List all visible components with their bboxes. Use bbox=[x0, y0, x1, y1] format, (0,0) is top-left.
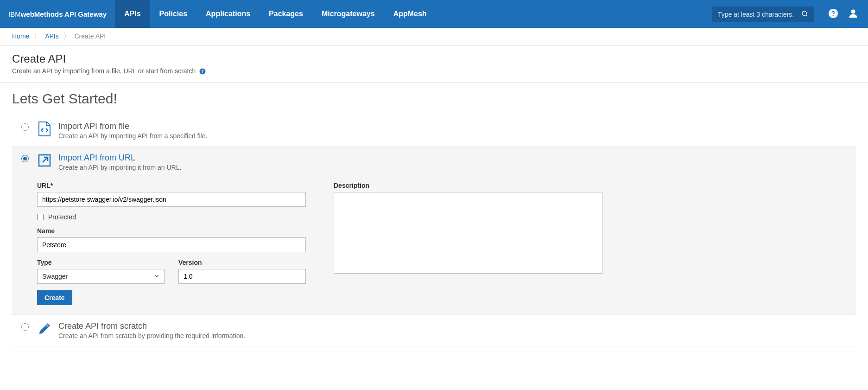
nav-tab-label: APIs bbox=[124, 10, 141, 18]
option-import-url[interactable]: Import API from URL Create an API by imp… bbox=[12, 147, 856, 178]
search-input[interactable] bbox=[718, 11, 801, 18]
help-icon[interactable]: ? bbox=[828, 8, 838, 20]
option-text: Import API from URL Create an API by imp… bbox=[58, 153, 181, 171]
file-code-icon bbox=[37, 121, 52, 136]
nav-tab-label: Microgateways bbox=[322, 10, 375, 18]
description-textarea[interactable] bbox=[334, 192, 602, 274]
nav-tab-packages[interactable]: Packages bbox=[260, 0, 312, 28]
breadcrumb-sep: 〉 bbox=[63, 32, 70, 40]
type-label: Type bbox=[37, 259, 165, 266]
nav-tab-appmesh[interactable]: AppMesh bbox=[384, 0, 436, 28]
pencil-icon bbox=[37, 321, 52, 336]
svg-point-4 bbox=[851, 9, 855, 13]
brand: IBM webMethods API Gateway bbox=[0, 0, 115, 28]
radio-import-file[interactable] bbox=[21, 123, 29, 131]
import-url-form: URL* Protected Name Type Swagger bbox=[12, 178, 856, 315]
breadcrumb: Home 〉 APIs 〉 Create API bbox=[0, 28, 868, 46]
breadcrumb-sep: 〉 bbox=[34, 32, 40, 40]
spacer bbox=[436, 0, 708, 28]
nav-tab-label: AppMesh bbox=[393, 10, 427, 18]
brand-prefix: IBM bbox=[8, 10, 21, 18]
version-input[interactable] bbox=[178, 269, 306, 284]
topbar-icons: ? bbox=[819, 0, 868, 28]
option-title: Import API from URL bbox=[58, 153, 181, 163]
search-icon[interactable] bbox=[801, 10, 809, 19]
create-button[interactable]: Create bbox=[37, 290, 72, 305]
nav-tabs: APIs Policies Applications Packages Micr… bbox=[115, 0, 436, 28]
chevron-down-icon bbox=[154, 273, 159, 280]
subtitle-text: Create an API by importing from a file, … bbox=[12, 67, 196, 75]
option-text: Create API from scratch Create an API fr… bbox=[58, 321, 245, 339]
nav-tab-label: Policies bbox=[159, 10, 187, 18]
nav-tab-label: Packages bbox=[269, 10, 303, 18]
nav-tab-applications[interactable]: Applications bbox=[196, 0, 260, 28]
breadcrumb-home[interactable]: Home bbox=[12, 32, 29, 40]
option-create-scratch[interactable]: Create API from scratch Create an API fr… bbox=[12, 315, 856, 346]
type-select[interactable]: Swagger bbox=[37, 269, 165, 284]
main-content: Lets Get Started! Import API from file C… bbox=[0, 83, 868, 360]
option-title: Import API from file bbox=[58, 121, 207, 131]
form-column-left: URL* Protected Name Type Swagger bbox=[37, 182, 306, 305]
radio-create-scratch[interactable] bbox=[21, 323, 29, 331]
form-column-right: Description bbox=[334, 182, 602, 305]
option-desc: Create an API by importing it from an UR… bbox=[58, 164, 181, 171]
option-title: Create API from scratch bbox=[58, 321, 245, 331]
option-text: Import API from file Create an API by im… bbox=[58, 121, 207, 140]
option-import-file[interactable]: Import API from file Create an API by im… bbox=[12, 115, 856, 147]
svg-point-0 bbox=[802, 11, 806, 15]
page-subtitle: Create an API by importing from a file, … bbox=[12, 67, 856, 75]
nav-tab-policies[interactable]: Policies bbox=[150, 0, 196, 28]
version-label: Version bbox=[178, 259, 306, 266]
option-desc: Create an API from scratch by providing … bbox=[58, 332, 245, 339]
radio-import-url[interactable] bbox=[21, 155, 29, 162]
description-label: Description bbox=[334, 182, 602, 189]
svg-text:?: ? bbox=[831, 10, 835, 17]
protected-label: Protected bbox=[48, 213, 76, 221]
nav-tab-microgateways[interactable]: Microgateways bbox=[312, 0, 384, 28]
breadcrumb-apis[interactable]: APIs bbox=[45, 32, 59, 40]
protected-checkbox[interactable] bbox=[37, 214, 44, 220]
svg-text:?: ? bbox=[202, 69, 204, 74]
url-input[interactable] bbox=[37, 192, 306, 207]
url-label: URL* bbox=[37, 182, 306, 189]
breadcrumb-current: Create API bbox=[75, 32, 106, 40]
name-label: Name bbox=[37, 227, 306, 235]
nav-tab-apis[interactable]: APIs bbox=[115, 0, 150, 28]
top-nav-bar: IBM webMethods API Gateway APIs Policies… bbox=[0, 0, 868, 28]
brand-bold: webMethods API Gateway bbox=[21, 10, 107, 18]
help-circle-icon[interactable]: ? bbox=[199, 68, 206, 75]
main-heading: Lets Get Started! bbox=[12, 91, 856, 107]
user-icon[interactable] bbox=[848, 8, 859, 20]
type-select-value: Swagger bbox=[42, 273, 68, 280]
nav-tab-label: Applications bbox=[206, 10, 250, 18]
page-header: Create API Create an API by importing fr… bbox=[0, 46, 868, 83]
option-desc: Create an API by importing API from a sp… bbox=[58, 132, 207, 140]
search-box[interactable] bbox=[712, 6, 814, 22]
svg-line-1 bbox=[806, 15, 807, 16]
name-input[interactable] bbox=[37, 237, 306, 252]
page-title: Create API bbox=[12, 52, 856, 65]
external-link-icon bbox=[37, 153, 52, 168]
